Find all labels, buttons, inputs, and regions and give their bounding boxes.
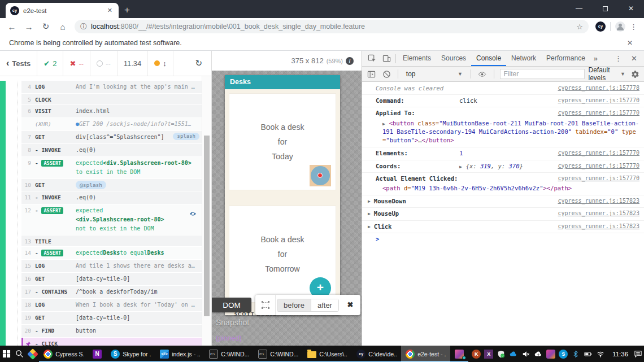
tab-console[interactable]: Console [471, 51, 506, 66]
console-message[interactable]: Console was clearedcypress_runner.js:157… [362, 82, 644, 95]
volume-muted-icon[interactable] [521, 350, 530, 359]
console-source-link[interactable]: cypress_runner.js:157778 [552, 84, 640, 93]
scrollbar-thumb[interactable] [204, 136, 210, 316]
console-source-link[interactable]: cypress_runner.js:157770 [552, 97, 640, 105]
book-tomorrow-tile[interactable]: Book a desk for Tomorrow + [229, 206, 336, 303]
taskbar-app-colorapp[interactable] [450, 346, 468, 362]
snapshot-highlight-toggle[interactable] [255, 295, 276, 315]
expand-arrow-icon[interactable]: ▶ [368, 223, 374, 230]
skype-tray-icon[interactable]: S [559, 350, 568, 359]
console-sidebar-icon[interactable] [365, 67, 377, 81]
command-row[interactable]: 8- INVOKE.eq(0) [21, 144, 202, 157]
devtools-close-icon[interactable]: ✕ [626, 54, 642, 63]
taskbar-app-skype[interactable]: SSkype for ... [106, 346, 155, 362]
context-selector[interactable]: top▼ [404, 69, 465, 79]
console-source-link[interactable]: cypress_runner.js:157770 [552, 109, 640, 117]
taskbar-app-cypress[interactable]: cyC:\dev\de... [352, 346, 401, 362]
defender-icon[interactable] [497, 350, 506, 359]
action-center-icon[interactable] [632, 346, 644, 362]
command-row[interactable]: 11- INVOKE.eq(0) [21, 191, 202, 204]
device-toolbar-icon[interactable] [379, 51, 394, 66]
taskbar-app-vscode[interactable]: </>index.js - ... [155, 346, 204, 362]
infobar-close-icon[interactable]: ✕ [627, 39, 635, 47]
design-cube-icon[interactable] [546, 350, 555, 359]
console-message[interactable]: Applied To:cypress_runner.js:157770▶ <bu… [362, 107, 644, 147]
console-filter-input[interactable] [500, 69, 585, 79]
start-button[interactable] [0, 346, 13, 362]
avatar[interactable] [615, 21, 625, 32]
wifi-icon[interactable] [596, 350, 605, 359]
launcher-icon[interactable] [26, 346, 39, 362]
battery-icon[interactable] [584, 350, 593, 359]
command-row[interactable]: 20- FINDbutton [21, 325, 202, 338]
clear-console-icon[interactable] [381, 67, 392, 81]
console-source-link[interactable]: cypress_runner.js:157823 [552, 210, 640, 218]
inspect-element-icon[interactable] [364, 51, 379, 66]
console-prompt[interactable]: > [362, 233, 644, 245]
new-tab-button[interactable]: + [124, 5, 130, 16]
console-source-link[interactable]: cypress_runner.js:157823 [552, 223, 640, 231]
console-message[interactable]: ▶MouseUpcypress_runner.js:157823 [362, 208, 644, 220]
command-row[interactable]: 16GET[data-cy=tile-0] [21, 273, 202, 286]
console-source-link[interactable]: cypress_runner.js:157770 [552, 162, 640, 171]
autohotkey-icon[interactable]: K [472, 350, 481, 359]
rerun-tests-icon[interactable]: ↻ [189, 51, 211, 76]
console-message[interactable]: Actual Element Clicked:cypress_runner.js… [362, 173, 644, 195]
tab-sources[interactable]: Sources [436, 51, 471, 66]
onedrive-icon[interactable] [509, 350, 518, 359]
log-scrollbar[interactable] [202, 76, 211, 346]
book-today-fab-button[interactable] [310, 165, 331, 186]
browser-tab[interactable]: cy e2e-test ✕ [6, 3, 119, 18]
command-row[interactable]: 9- ASSERTexpected <div.Splashscreen-root… [21, 157, 202, 179]
viewport-info-icon[interactable]: i [346, 57, 354, 65]
taskbar-app-folder[interactable]: C:\Users\... [303, 346, 352, 362]
command-row[interactable]: 14- ASSERTexpected Desks to equal Desks [21, 247, 202, 260]
browser-menu-icon[interactable]: ⋮ [630, 23, 637, 31]
console-source-link[interactable]: cypress_runner.js:157770 [552, 149, 640, 158]
xserver-icon[interactable]: X [484, 350, 493, 359]
restore-icon[interactable] [592, 0, 618, 17]
tab-network[interactable]: Network [506, 51, 541, 66]
hidden-element-eye-icon[interactable] [189, 206, 199, 219]
home-icon[interactable]: ⌂ [55, 22, 70, 32]
console-message[interactable]: Coords:▶ {x: 319, y: 370}cypress_runner.… [362, 160, 644, 173]
console-message[interactable]: Elements:1cypress_runner.js:157770 [362, 147, 644, 160]
before-button[interactable]: before [277, 299, 311, 311]
taskbar-app-chrome[interactable]: Cypress S... [39, 346, 88, 362]
command-row[interactable]: 4LOGAnd I'm looking at the app's main … [21, 81, 202, 94]
back-to-tests-button[interactable]: ‹Tests [0, 51, 37, 76]
auto-scroll-toggle[interactable]: ↕ [148, 51, 173, 76]
search-icon[interactable] [13, 346, 26, 362]
tab-performance[interactable]: Performance [541, 51, 590, 66]
command-row[interactable]: (XHR)● GET 200 /sockjs-node/info?t=1551… [21, 118, 202, 131]
command-row[interactable]: 7GETdiv[class^="Splashscreen"]splash [21, 131, 202, 144]
console-message[interactable]: ▶Clickcypress_runner.js:157823 [362, 221, 644, 233]
backup-cloud-icon[interactable] [534, 350, 543, 359]
command-row[interactable]: 19GET[data-cy=tile-0] [21, 312, 202, 325]
gear-icon[interactable] [629, 67, 641, 81]
command-row[interactable]: 6VISITindex.html [21, 105, 202, 118]
address-bar[interactable]: ⓘ localhost:8080/__/#/tests/integration\… [75, 20, 589, 33]
forward-icon[interactable]: → [21, 22, 36, 32]
expand-arrow-icon[interactable]: ▶ [368, 197, 374, 205]
console-message[interactable]: ▶MouseDowncypress_runner.js:157823 [362, 195, 644, 208]
close-icon[interactable]: ✕ [618, 0, 644, 17]
taskbar-app-cmd[interactable]: C:\C:\WIND... [204, 346, 254, 362]
console-source-link[interactable]: cypress_runner.js:157823 [552, 197, 640, 206]
expand-arrow-icon[interactable]: ▶ [368, 210, 374, 217]
cypress-extension-icon[interactable]: cy [595, 21, 606, 32]
tab-elements[interactable]: Elements [398, 51, 436, 66]
command-row[interactable]: 10GET@splash [21, 179, 202, 191]
command-row[interactable]: 13TITLE [21, 235, 202, 247]
alias-pill[interactable]: splash [173, 133, 199, 140]
console-message[interactable]: Command:clickcypress_runner.js:157770 [362, 95, 644, 107]
taskbar-app-chrome[interactable]: e2e-test - ... [401, 346, 450, 362]
eye-icon[interactable] [477, 67, 488, 81]
tab-close-icon[interactable]: ✕ [106, 6, 114, 15]
clicked-command-row[interactable]: - CLICK [21, 338, 202, 346]
command-row[interactable]: 5CLOCK [21, 94, 202, 105]
devtools-menu-icon[interactable]: ⋮ [610, 54, 626, 63]
taskbar-app-onenote[interactable]: N [88, 346, 106, 362]
minimize-icon[interactable]: — [566, 0, 592, 17]
taskbar-clock[interactable]: 11:36 [608, 346, 632, 362]
